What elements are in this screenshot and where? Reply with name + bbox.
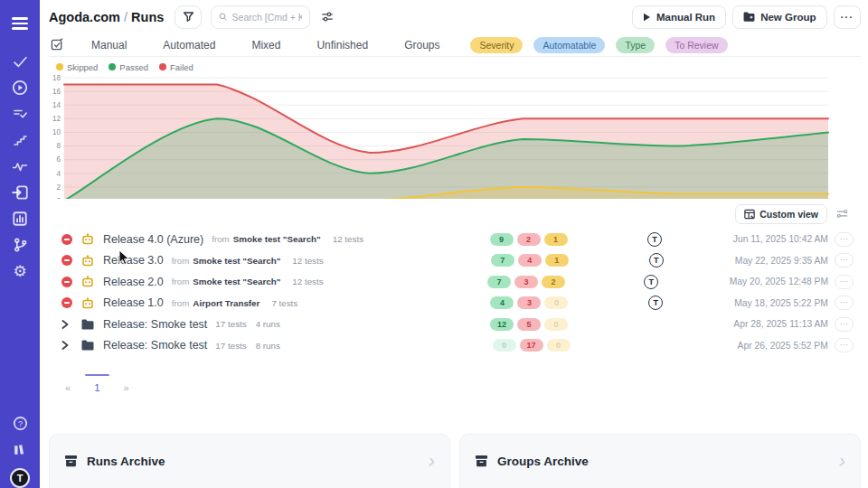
group-title[interactable]: Release: Smoke test (103, 339, 207, 352)
search-box[interactable] (211, 5, 310, 29)
expand-chevron-icon[interactable] (61, 341, 81, 350)
run-title[interactable]: Release 3.0 (103, 254, 164, 267)
svg-text:4: 4 (56, 170, 61, 178)
assignee-avatar[interactable]: T (644, 275, 658, 289)
row-more-button[interactable]: ··· (835, 296, 854, 310)
pagination-prev[interactable]: « (60, 382, 76, 393)
settings-gear-icon[interactable]: ⚙ (7, 258, 33, 284)
run-row[interactable]: Release 2.0 from Smoke test "Search" 12 … (49, 271, 861, 293)
run-row[interactable]: Release 4.0 (Azure) from Smoke test "Sea… (49, 229, 861, 250)
folder-plus-icon (743, 12, 755, 22)
run-title[interactable]: Release 4.0 (Azure) (103, 233, 203, 246)
robot-icon (81, 233, 103, 245)
row-more-button[interactable]: ··· (835, 232, 854, 247)
pill-severity[interactable]: Severity (470, 37, 523, 53)
legend-passed[interactable]: Passed (108, 62, 148, 72)
sort-sliders-icon[interactable] (836, 209, 848, 219)
result-badges: 4 3 0 (490, 296, 577, 309)
run-from-label: from (172, 256, 190, 266)
run-source-suite[interactable]: Airport Transfer (193, 298, 259, 308)
pill-to-review[interactable]: To Review (665, 37, 727, 53)
manual-run-button[interactable]: Manual Run (632, 5, 726, 29)
run-title[interactable]: Release 2.0 (103, 276, 164, 288)
legend-failed[interactable]: Failed (159, 62, 193, 72)
row-more-button[interactable]: ··· (835, 253, 854, 267)
custom-view-button[interactable]: Custom view (735, 204, 827, 224)
tests-check-icon[interactable] (7, 49, 33, 74)
folder-icon (81, 319, 103, 330)
svg-text:6: 6 (56, 156, 61, 164)
user-avatar[interactable]: T (10, 468, 30, 488)
result-badges: 7 3 2 (487, 276, 573, 288)
archive-icon (64, 455, 78, 467)
group-tests-count: 17 tests (215, 319, 246, 329)
passed-count-badge: 12 (490, 318, 514, 331)
failed-status-icon (61, 234, 72, 245)
row-more-button[interactable]: ··· (835, 317, 854, 332)
passed-count-badge: 9 (490, 233, 514, 246)
group-title[interactable]: Release: Smoke test (103, 318, 207, 331)
legend-skipped[interactable]: Skipped (56, 62, 98, 72)
skipped-count-badge: 0 (544, 318, 568, 331)
pagination-next[interactable]: » (118, 382, 135, 393)
run-row[interactable]: Release 3.0 from Smoke test "Search" 12 … (49, 249, 861, 271)
expand-chevron-icon[interactable] (61, 320, 81, 329)
run-from-label: from (172, 277, 190, 286)
analytics-icon[interactable] (7, 206, 33, 231)
svg-text:14: 14 (52, 101, 61, 109)
pulse-icon[interactable] (7, 154, 33, 179)
tab-automated[interactable]: Automated (145, 39, 233, 52)
row-more-button[interactable]: ··· (835, 338, 854, 352)
play-circle-icon[interactable] (7, 75, 33, 100)
menu-icon[interactable] (7, 11, 33, 36)
result-badges: 0 17 0 (493, 339, 580, 352)
tune-icon[interactable] (321, 11, 334, 23)
run-title[interactable]: Release 1.0 (103, 296, 164, 309)
tab-mixed[interactable]: Mixed (233, 39, 298, 52)
tab-unfinished[interactable]: Unfinished (298, 39, 386, 52)
funnel-icon (183, 11, 194, 23)
failed-count-badge: 4 (518, 254, 542, 267)
group-row[interactable]: Release: Smoke test 17 tests 4 runs 12 5… (49, 314, 861, 335)
pagination-page-1[interactable]: 1 (85, 382, 108, 393)
svg-text:0: 0 (56, 197, 61, 199)
skipped-count-badge: 0 (544, 296, 568, 309)
runs-enter-icon[interactable] (7, 180, 33, 205)
run-tests-count: 12 tests (333, 234, 363, 244)
run-tests-count: 12 tests (292, 277, 323, 286)
filter-button[interactable] (175, 5, 202, 29)
legend-dot (159, 63, 166, 70)
tab-manual[interactable]: Manual (73, 39, 145, 52)
svg-text:2: 2 (56, 183, 61, 192)
branch-icon[interactable] (7, 232, 33, 258)
assignee-avatar[interactable]: T (649, 253, 664, 267)
failed-status-icon (61, 297, 72, 308)
assignee-avatar[interactable]: T (647, 232, 662, 247)
run-date: May 20, 2025 12:48 PM (730, 277, 828, 286)
legend-dot (108, 63, 116, 70)
row-more-button[interactable]: ··· (835, 275, 854, 289)
run-source-suite[interactable]: Smoke test "Search" (233, 234, 321, 244)
breadcrumb: Agoda.com / Runs (49, 10, 164, 24)
svg-text:12: 12 (52, 115, 61, 123)
groups-archive-card[interactable]: Groups Archive › (459, 434, 861, 488)
group-row[interactable]: Release: Smoke test 17 tests 8 runs 0 17… (49, 334, 861, 356)
help-icon[interactable]: ? (7, 410, 33, 436)
assignee-avatar[interactable]: T (648, 296, 663, 310)
pill-type[interactable]: Type (616, 37, 655, 53)
run-source-suite[interactable]: Smoke test "Search" (193, 277, 280, 286)
runs-archive-card[interactable]: Runs Archive › (49, 434, 450, 488)
run-source-suite[interactable]: Smoke test "Search" (193, 256, 280, 266)
run-row[interactable]: Release 1.0 from Airport Transfer 7 test… (49, 292, 861, 314)
top-bar: Agoda.com / Runs Manual Run New Group (49, 0, 861, 33)
list-check-icon[interactable] (7, 101, 33, 127)
docs-icon[interactable] (7, 436, 33, 462)
tab-groups[interactable]: Groups (386, 39, 458, 52)
search-input[interactable] (232, 12, 303, 23)
project-name[interactable]: Agoda.com (49, 10, 120, 24)
pill-automatable[interactable]: Automatable (533, 37, 605, 53)
new-group-button[interactable]: New Group (732, 5, 826, 29)
header-more-button[interactable]: ··· (834, 5, 862, 29)
select-runs-icon[interactable] (51, 38, 64, 52)
steps-icon[interactable] (7, 127, 33, 153)
